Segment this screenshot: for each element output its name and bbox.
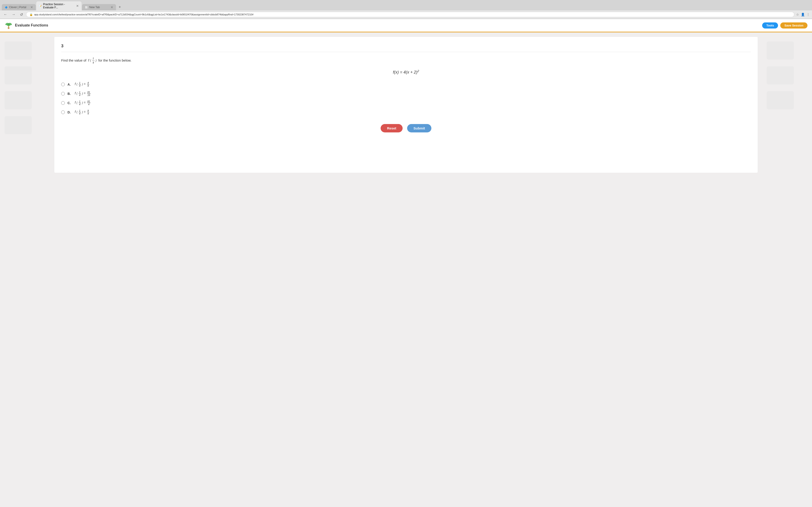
tab-newtab-label: New Tab <box>89 6 100 9</box>
save-session-button[interactable]: Save Session <box>780 22 807 29</box>
answer-options: A. f ( 1 4 ) = 4 9 <box>61 81 751 115</box>
option-B-label: B. <box>67 92 72 96</box>
browser-chrome: 🔷 Clever | Portal ✕ 📝 Practice Session -… <box>0 0 812 19</box>
radio-C[interactable] <box>61 101 65 105</box>
option-D-math: f ( 1 4 ) = 9 4 <box>75 109 90 115</box>
tab-practice[interactable]: 📝 Practice Session - Evaluate F... ✕ <box>36 1 82 10</box>
option-A-label: A. <box>67 82 72 86</box>
radio-D[interactable] <box>61 110 65 114</box>
question-prompt: Find the value of f ( 1 4 ) for the func… <box>61 57 751 65</box>
option-C[interactable]: C. f ( 1 4 ) = 81 4 <box>61 100 751 106</box>
tab-clever-label: Clever | Portal <box>9 6 26 9</box>
prompt-suffix: for the function below. <box>98 58 132 62</box>
side-panel-left <box>0 33 50 507</box>
app-logo: Evaluate Functions <box>5 21 48 30</box>
left-deco-3 <box>5 91 32 109</box>
profile-icon[interactable]: 👤 <box>801 13 805 16</box>
bookmark-icon[interactable]: ☆ <box>796 13 799 16</box>
function-display: f(x) = 4(x + 2)2 <box>61 69 751 75</box>
left-deco-4 <box>5 116 32 134</box>
option-A[interactable]: A. f ( 1 4 ) = 4 9 <box>61 81 751 87</box>
right-deco-1 <box>767 42 794 60</box>
side-panel-right <box>762 33 812 507</box>
app-title: Evaluate Functions <box>15 23 48 27</box>
tab-clever-close[interactable]: ✕ <box>30 5 33 9</box>
menu-icon[interactable]: ⋮ <box>807 13 810 16</box>
url-text: app.studyisland.com/cfw/test/practice-se… <box>34 13 254 16</box>
left-deco-2 <box>5 66 32 84</box>
option-A-math: f ( 1 4 ) = 4 9 <box>75 81 90 87</box>
inline-function: f ( 1 4 ) <box>88 58 97 62</box>
new-tab-button[interactable]: + <box>116 4 123 10</box>
address-actions: ☆ 👤 ⋮ <box>796 13 810 16</box>
back-button[interactable]: ← <box>2 12 9 17</box>
option-D[interactable]: D. f ( 1 4 ) = 9 4 <box>61 109 751 115</box>
question-number: 3 <box>61 44 751 52</box>
forward-button[interactable]: → <box>10 12 17 17</box>
tools-button[interactable]: Tools <box>762 22 778 29</box>
clever-favicon: 🔷 <box>5 6 8 9</box>
tab-newtab[interactable]: ⬜ New Tab ✕ <box>82 4 116 10</box>
tab-newtab-close[interactable]: ✕ <box>111 5 113 9</box>
refresh-button[interactable]: ↺ <box>18 12 24 17</box>
left-deco-1 <box>5 42 32 60</box>
prompt-text: Find the value of <box>61 58 86 62</box>
tab-clever[interactable]: 🔷 Clever | Portal ✕ <box>2 4 36 10</box>
option-C-math: f ( 1 4 ) = 81 4 <box>75 100 91 106</box>
address-bar: ← → ↺ 🔒 app.studyisland.com/cfw/test/pra… <box>0 10 812 19</box>
url-bar[interactable]: 🔒 app.studyisland.com/cfw/test/practice-… <box>26 12 794 17</box>
option-C-label: C. <box>67 101 72 105</box>
main-content: 3 Find the value of f ( 1 4 ) for the fu… <box>50 33 762 507</box>
practice-favicon: 📝 <box>39 4 42 7</box>
reset-button[interactable]: Reset <box>380 124 403 132</box>
question-card: 3 Find the value of f ( 1 4 ) for the fu… <box>54 37 758 173</box>
tab-practice-close[interactable]: ✕ <box>76 4 79 8</box>
submit-button[interactable]: Submit <box>407 124 432 132</box>
right-deco-2 <box>767 66 794 84</box>
option-D-label: D. <box>67 110 72 114</box>
newtab-favicon: ⬜ <box>85 6 88 9</box>
option-B[interactable]: B. f ( 1 4 ) = 81 16 <box>61 91 751 97</box>
tab-practice-label: Practice Session - Evaluate F... <box>43 3 75 9</box>
app-header: Evaluate Functions Tools Save Session <box>0 19 812 33</box>
left-decorations <box>5 42 45 134</box>
option-B-math: f ( 1 4 ) = 81 16 <box>75 91 91 97</box>
app-logo-icon <box>5 21 13 30</box>
radio-A[interactable] <box>61 82 65 86</box>
page-wrapper: 3 Find the value of f ( 1 4 ) for the fu… <box>0 33 812 507</box>
lock-icon: 🔒 <box>30 13 33 16</box>
right-decorations <box>767 42 807 109</box>
tab-bar: 🔷 Clever | Portal ✕ 📝 Practice Session -… <box>0 0 812 10</box>
radio-B[interactable] <box>61 92 65 96</box>
header-actions: Tools Save Session <box>762 22 807 29</box>
right-deco-3 <box>767 91 794 109</box>
button-row: Reset Submit <box>61 124 751 132</box>
